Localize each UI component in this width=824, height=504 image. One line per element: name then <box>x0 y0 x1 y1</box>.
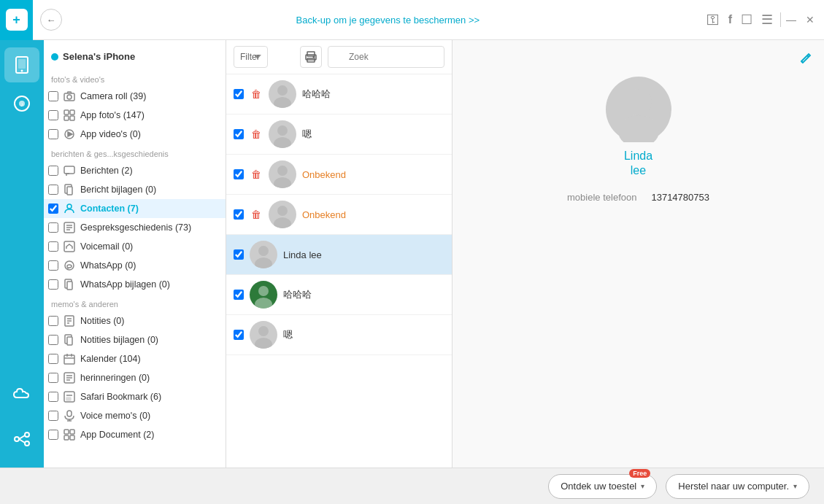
free-badge: Free <box>629 469 650 478</box>
nav-checkbox-gespreks[interactable] <box>48 222 58 233</box>
contact-name-2: 嗯 <box>302 128 444 141</box>
contact-avatar-1 <box>269 80 296 108</box>
contact-name-5: Linda lee <box>283 249 444 260</box>
nav-item-gespreks[interactable]: Gespreksgeschiedenis (73) <box>44 218 226 237</box>
print-button[interactable] <box>300 46 322 68</box>
svg-point-70 <box>255 298 272 309</box>
list-item[interactable]: 🗑 Onbekend <box>226 155 452 195</box>
contact-avatar-4 <box>269 201 296 228</box>
delete-button-2[interactable]: 🗑 <box>250 128 263 141</box>
sidebar-icon-phone[interactable] <box>4 47 39 82</box>
nav-item-camera-roll[interactable]: Camera roll (39) <box>44 87 226 106</box>
nav-checkbox-app-videos[interactable] <box>48 129 58 139</box>
nav-item-voice-memos[interactable]: Voice memo's (0) <box>44 406 226 425</box>
nav-item-herinneringen[interactable]: herinneringen (0) <box>44 368 226 387</box>
nav-checkbox-whatsapp[interactable] <box>48 260 58 271</box>
facebook-icon[interactable]: f <box>728 13 732 26</box>
nav-item-app-fotos[interactable]: App foto's (147) <box>44 106 226 125</box>
delete-button-3[interactable]: 🗑 <box>250 168 263 181</box>
filter-dropdown[interactable]: Filter <box>234 46 268 68</box>
contact-checkbox-3[interactable] <box>234 169 244 179</box>
nav-checkbox-app-document[interactable] <box>48 430 58 440</box>
list-item[interactable]: 🗑 嗯 <box>226 115 452 155</box>
nav-checkbox-notities[interactable] <box>48 316 58 326</box>
svg-point-8 <box>25 441 29 446</box>
nav-checkbox-app-fotos[interactable] <box>48 110 58 120</box>
nav-label-herinneringen: herinneringen (0) <box>80 373 220 383</box>
sidebar-icon-tools[interactable] <box>4 422 39 457</box>
sidebar-icon-cloud[interactable] <box>4 376 39 411</box>
nav-checkbox-bericht-bijlagen[interactable] <box>48 185 58 195</box>
nav-icon-contacten <box>63 202 76 215</box>
detail-phone-field: mobiele telefoon 13714780753 <box>567 192 709 203</box>
contact-checkbox-2[interactable] <box>234 129 244 139</box>
nav-checkbox-safari[interactable] <box>48 392 58 402</box>
list-item[interactable]: Linda lee <box>226 235 452 275</box>
contact-checkbox-4[interactable] <box>234 209 244 220</box>
contact-avatar-5 <box>250 241 277 268</box>
svg-point-58 <box>313 56 315 58</box>
restore-button[interactable]: Herstel naar uw computer. ▾ <box>666 474 809 499</box>
nav-checkbox-contacten[interactable] <box>48 203 58 214</box>
list-toolbar: Filter 🔍 <box>226 40 452 74</box>
nav-checkbox-notities-bijlagen[interactable] <box>48 335 58 345</box>
sidebar-icon-music[interactable]: ♪ <box>4 86 39 121</box>
nav-item-app-document[interactable]: App Document (2) <box>44 425 226 444</box>
svg-rect-52 <box>70 430 74 434</box>
contact-avatar-3 <box>269 160 296 188</box>
edit-button[interactable] <box>800 51 813 67</box>
chat-icon[interactable]: ☐ <box>741 12 752 28</box>
list-item[interactable]: 🗑 Onbekend <box>226 195 452 235</box>
nav-label-bericht-bijlagen: Bericht bijlagen (0) <box>80 185 220 195</box>
backup-link[interactable]: Back-up om je gegevens te beschermen >> <box>296 15 480 26</box>
nav-item-contacten[interactable]: Contacten (7) <box>44 199 226 218</box>
delete-button-4[interactable]: 🗑 <box>250 208 263 221</box>
delete-button-1[interactable]: 🗑 <box>250 88 263 101</box>
nav-section-fotos: foto's & video's <box>44 69 226 87</box>
contact-checkbox-6[interactable] <box>234 290 244 300</box>
search-input[interactable] <box>328 46 444 68</box>
svg-line-10 <box>19 439 25 443</box>
nav-label-app-document: App Document (2) <box>80 430 220 440</box>
back-button[interactable]: ← <box>40 9 62 31</box>
contact-name-3: Onbekend <box>302 169 444 180</box>
contact-checkbox-7[interactable] <box>234 330 244 340</box>
svg-rect-37 <box>64 355 74 364</box>
nav-checkbox-voice-memos[interactable] <box>48 411 58 421</box>
nav-checkbox-herinneringen[interactable] <box>48 373 58 383</box>
list-item[interactable]: 🗑 哈哈哈 <box>226 74 452 115</box>
nav-item-bericht-bijlagen[interactable]: Bericht bijlagen (0) <box>44 180 226 199</box>
menu-icon[interactable]: ☰ <box>761 12 773 28</box>
nav-checkbox-voicemail[interactable] <box>48 241 58 252</box>
list-item[interactable]: 哈哈哈 <box>226 275 452 315</box>
nav-item-notities-bijlagen[interactable]: Notities bijlagen (0) <box>44 330 226 349</box>
nav-item-whatsapp-bijlagen[interactable]: WhatsApp bijlagen (0) <box>44 275 226 294</box>
nav-sidebar: Selena's iPhone foto's & video's Camera … <box>44 40 226 468</box>
nav-item-kalender[interactable]: Kalender (104) <box>44 349 226 368</box>
nav-checkbox-berichten[interactable] <box>48 166 58 176</box>
nav-item-whatsapp[interactable]: WhatsApp (0) <box>44 256 226 275</box>
nav-item-berichten[interactable]: Berichten (2) <box>44 161 226 180</box>
nav-icon-app-videos <box>63 128 76 141</box>
nav-checkbox-kalender[interactable] <box>48 354 58 364</box>
list-item[interactable]: 嗯 <box>226 315 452 355</box>
nav-checkbox-whatsapp-bijlagen[interactable] <box>48 279 58 290</box>
minimize-button[interactable]: — <box>785 13 798 26</box>
nav-checkbox-camera-roll[interactable] <box>48 91 58 101</box>
svg-rect-30 <box>67 282 72 290</box>
key-icon[interactable]: ⚿ <box>706 12 720 28</box>
nav-section-memos: Memo's & anderen <box>44 294 226 311</box>
nav-item-notities[interactable]: Notities (0) <box>44 311 226 330</box>
nav-item-app-videos[interactable]: App video's (0) <box>44 125 226 144</box>
contact-checkbox-5[interactable] <box>234 249 244 260</box>
close-button[interactable]: ✕ <box>804 13 817 26</box>
svg-point-61 <box>277 125 288 136</box>
discover-device-button[interactable]: Free Ontdek uw toestel ▾ <box>548 474 657 499</box>
nav-item-voicemail[interactable]: Voicemail (0) <box>44 237 226 256</box>
nav-item-safari[interactable]: Safari Bookmark (6) <box>44 387 226 406</box>
svg-rect-27 <box>64 241 74 252</box>
contact-avatar-2 <box>269 120 296 148</box>
contact-checkbox-1[interactable] <box>234 89 244 99</box>
svg-point-67 <box>258 246 269 256</box>
bottom-bar: Free Ontdek uw toestel ▾ Herstel naar uw… <box>0 468 824 504</box>
